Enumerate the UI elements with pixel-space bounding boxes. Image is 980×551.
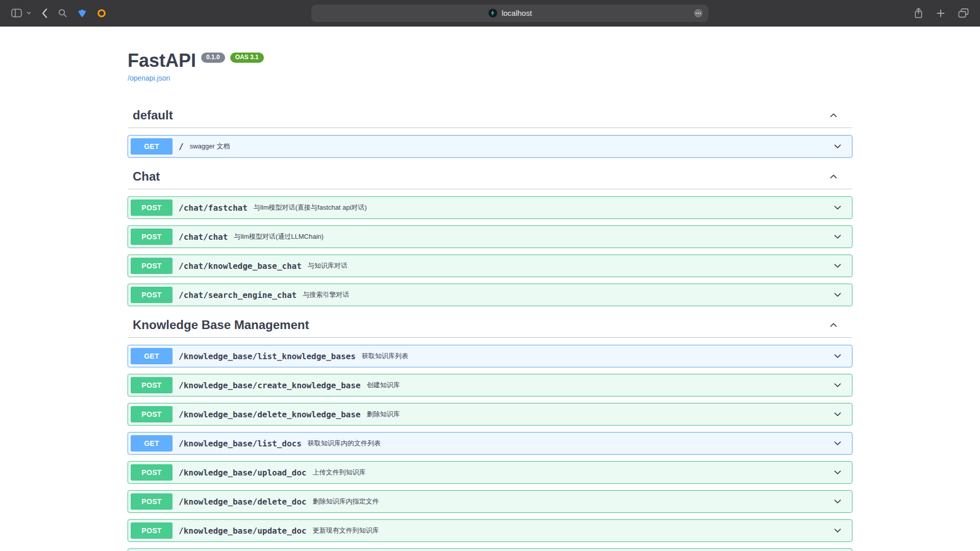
expand-operation-button[interactable] [826,261,849,270]
operation-description: 上传文件到知识库 [312,468,826,477]
chevron-left-icon [41,8,47,18]
extension-button-orange[interactable] [96,8,107,19]
chevron-down-icon [833,526,842,535]
chevron-down-icon [833,261,842,270]
sidebar-toggle-button[interactable] [10,8,23,18]
operation-summary[interactable]: POST /chat/search_engine_chat 与搜索引擎对话 [128,284,852,306]
method-badge: POST [131,464,173,481]
operation-description: 删除知识库内指定文件 [312,497,826,506]
share-up-arrow-icon [914,7,923,19]
expand-operation-button[interactable] [826,381,849,390]
chevron-down-icon [833,203,842,212]
operation-description: 与知识库对话 [308,261,826,270]
operation-row[interactable]: GET / swagger 文档 [128,135,852,158]
chevron-down-icon [833,232,842,241]
operation-summary[interactable]: POST /knowledge_base/recreate_vector_sto… [128,549,852,551]
orange-ring-extension-icon [97,9,106,18]
sidebar-panel-icon [11,9,22,17]
operation-row[interactable]: POST /chat/search_engine_chat 与搜索引擎对话 [128,284,852,306]
oas-badge: OAS 3.1 [230,53,264,63]
url-text: localhost [502,9,532,17]
operation-path: /chat/search_engine_chat [179,290,297,300]
extension-button-blue[interactable] [77,8,88,19]
section-header[interactable]: Knowledge Base Management [128,313,852,338]
operation-list: GET /knowledge_base/list_knowledge_bases… [128,345,852,551]
expand-operation-button[interactable] [826,352,849,361]
magnifier-icon [58,8,67,18]
operation-row[interactable]: POST /chat/knowledge_base_chat 与知识库对话 [128,255,852,277]
operation-row[interactable]: POST /chat/fastchat 与llm模型对话(直接与fastchat… [128,196,852,219]
address-bar[interactable]: localhost [311,5,708,22]
operation-summary[interactable]: POST /knowledge_base/upload_doc 上传文件到知识库 [128,462,852,483]
operation-path: /chat/fastchat [179,203,248,213]
chevron-down-icon [833,468,842,477]
chevron-down-icon [833,410,842,419]
expand-operation-button[interactable] [826,203,849,212]
api-sections: default GET / swagger 文档 Chat POST /ch [128,103,852,551]
api-section: Knowledge Base Management GET /knowledge… [128,313,852,551]
chevron-up-icon [829,320,838,330]
operation-row[interactable]: POST /knowledge_base/recreate_vector_sto… [128,548,852,551]
operation-summary[interactable]: POST /knowledge_base/delete_knowledge_ba… [128,404,852,425]
share-button[interactable] [913,6,924,20]
expand-operation-button[interactable] [826,232,849,241]
fastapi-lightning-favicon [488,8,498,18]
operation-row[interactable]: POST /knowledge_base/update_doc 更新现有文件到知… [128,519,852,542]
expand-operation-button[interactable] [826,468,849,477]
expand-operation-button[interactable] [826,526,849,535]
swagger-wrapper: FastAPI 0.1.0 OAS 3.1 /openapi.json defa… [128,27,852,551]
operation-summary[interactable]: POST /chat/chat 与llm模型对话(通过LLMChain) [128,226,852,247]
expand-operation-button[interactable] [826,410,849,419]
api-section: Chat POST /chat/fastchat 与llm模型对话(直接与fas… [128,164,852,306]
operation-list: POST /chat/fastchat 与llm模型对话(直接与fastchat… [128,196,852,306]
operation-summary[interactable]: GET /knowledge_base/list_docs 获取知识库内的文件列… [128,433,852,454]
operation-summary[interactable]: POST /chat/knowledge_base_chat 与知识库对话 [128,255,852,277]
section-header[interactable]: Chat [128,164,852,189]
operation-path: /knowledge_base/create_knowledge_base [179,381,360,390]
operation-description: 与llm模型对话(直接与fastchat api对话) [254,203,826,212]
page-title: FastAPI 0.1.0 OAS 3.1 [128,50,852,71]
chevron-down-icon [833,352,842,361]
operation-description: swagger 文档 [190,142,826,151]
operation-summary[interactable]: POST /chat/fastchat 与llm模型对话(直接与fastchat… [128,197,852,218]
operation-path: /chat/chat [179,232,228,242]
openapi-spec-link[interactable]: /openapi.json [128,74,170,82]
new-tab-button[interactable] [935,7,947,19]
method-badge: GET [131,138,173,155]
operation-row[interactable]: GET /knowledge_base/list_docs 获取知识库内的文件列… [128,432,852,455]
operation-summary[interactable]: POST /knowledge_base/update_doc 更新现有文件到知… [128,520,852,541]
chevron-down-icon [833,290,842,299]
operation-row[interactable]: GET /knowledge_base/list_knowledge_bases… [128,345,852,367]
operation-summary[interactable]: GET /knowledge_base/list_knowledge_bases… [128,345,852,367]
toolbar-left-group [10,7,107,19]
tab-overview-button[interactable] [957,7,970,19]
method-badge: POST [131,406,173,422]
collapse-section-button[interactable] [829,172,838,181]
operation-row[interactable]: POST /chat/chat 与llm模型对话(通过LLMChain) [128,226,852,248]
operation-row[interactable]: POST /knowledge_base/upload_doc 上传文件到知识库 [128,461,852,484]
collapse-section-button[interactable] [829,320,838,330]
sidebar-menu-button[interactable] [26,10,32,16]
operation-description: 获取知识库内的文件列表 [308,439,826,448]
search-button[interactable] [57,7,68,19]
expand-operation-button[interactable] [826,439,849,448]
expand-operation-button[interactable] [826,142,849,151]
section-header[interactable]: default [128,103,852,128]
expand-operation-button[interactable] [826,290,849,299]
operation-row[interactable]: POST /knowledge_base/delete_knowledge_ba… [128,403,852,425]
back-button[interactable] [40,7,48,19]
chevron-down-icon [27,11,31,15]
operation-summary[interactable]: POST /knowledge_base/create_knowledge_ba… [128,374,852,396]
page-menu-button[interactable] [693,8,703,18]
operation-list: GET / swagger 文档 [128,135,852,158]
chevron-down-icon [833,497,842,506]
operation-row[interactable]: POST /knowledge_base/create_knowledge_ba… [128,374,852,396]
operation-summary[interactable]: POST /knowledge_base/delete_doc 删除知识库内指定… [128,491,852,512]
collapse-section-button[interactable] [829,111,838,120]
operation-row[interactable]: POST /knowledge_base/delete_doc 删除知识库内指定… [128,490,852,513]
method-badge: GET [131,348,173,364]
operation-summary[interactable]: GET / swagger 文档 [128,136,852,157]
expand-operation-button[interactable] [826,497,849,506]
page-content: FastAPI 0.1.0 OAS 3.1 /openapi.json defa… [0,27,980,551]
api-section: default GET / swagger 文档 [128,103,852,158]
